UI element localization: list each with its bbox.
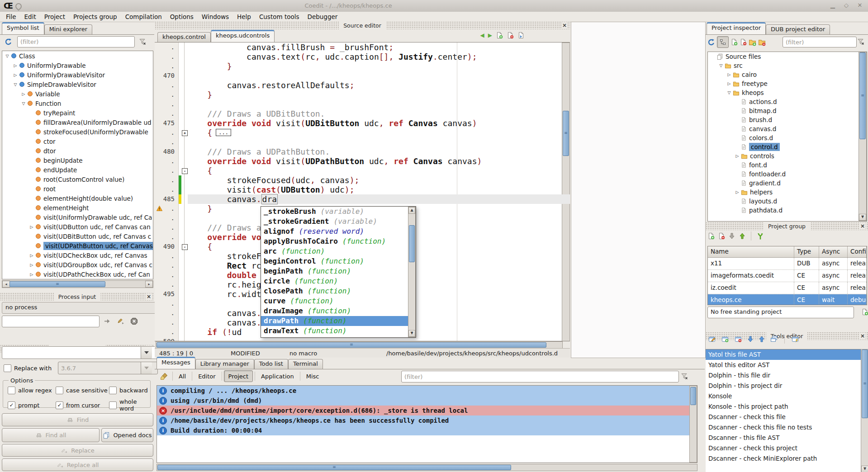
menu-options[interactable]: Options [166, 12, 198, 21]
filter-misc[interactable]: Misc [302, 371, 323, 382]
fold-margin[interactable] [181, 147, 188, 156]
tool-item[interactable]: Yatol this editor AST [706, 360, 861, 370]
menu-project[interactable]: Project [40, 12, 69, 21]
files-filter-input[interactable] [783, 37, 857, 47]
file-tree-item[interactable]: control.d [708, 142, 859, 151]
expander-icon[interactable]: ▽ [726, 90, 732, 95]
menu-debugger[interactable]: Debugger [303, 12, 342, 21]
tool-item[interactable]: Yatol this file AST [706, 349, 861, 360]
gutter-line-number[interactable]: . [155, 213, 179, 223]
expander-icon[interactable]: ▷ [734, 154, 740, 158]
refresh-icon[interactable] [707, 38, 715, 46]
expander-icon[interactable]: ▽ [4, 54, 10, 58]
file-tree-item[interactable]: actions.d [708, 97, 859, 106]
file-tree-item[interactable]: font.d [708, 160, 859, 170]
search-term-combo[interactable] [2, 346, 158, 359]
editor-tab-kheops-udcontrols[interactable]: kheops.udcontrols [211, 30, 275, 42]
chevron-down-icon[interactable] [141, 347, 152, 359]
symbol-tree-item[interactable]: root(CustomControl value) [2, 175, 153, 184]
symbol-tree-item[interactable]: ▷UniformlyDrawable [2, 61, 153, 70]
move-down-icon[interactable] [728, 232, 735, 240]
symbol-tree-item[interactable]: strokeFocused(UniformlyDrawable [2, 127, 153, 137]
symbol-tree-item[interactable]: endUpdate [2, 165, 153, 175]
file-tree-item[interactable]: ▷helpers [708, 188, 859, 197]
right-tab-project-inspector[interactable]: Project inspector [707, 22, 766, 34]
menu-custom-tools[interactable]: Custom tools [255, 12, 304, 21]
send-and-close-icon[interactable] [117, 317, 125, 325]
expander-icon[interactable]: ▷ [12, 73, 19, 77]
close-document-icon[interactable] [507, 32, 514, 39]
code-line[interactable]: . } [155, 61, 570, 71]
menu-compilation[interactable]: Compilation [121, 12, 166, 21]
option-case-sensitive[interactable]: case sensitive [56, 387, 109, 394]
add-project-icon[interactable] [707, 232, 715, 240]
move-tool-up-icon[interactable] [758, 335, 765, 343]
remove-folder-icon[interactable] [758, 38, 766, 46]
gutter-line-number[interactable]: . [155, 90, 179, 99]
code-line[interactable]: . canvas.fillBrush = _brushFont; [155, 42, 570, 52]
project-row[interactable]: iz.coeditCEasyncrelease [708, 282, 867, 294]
fold-margin[interactable] [181, 61, 188, 71]
scroll-down-icon[interactable]: ▼ [859, 214, 866, 221]
move-tool-down-icon[interactable] [747, 335, 754, 343]
code-line[interactable]: .- { [155, 166, 570, 175]
messages-tab-messages[interactable]: Messages [157, 357, 195, 369]
fold-margin[interactable] [181, 185, 188, 194]
run-tool-icon[interactable] [791, 335, 800, 343]
gutter-line-number[interactable]: . [155, 61, 179, 71]
symbol-tree-item[interactable]: fillDrawArea(UniformlyDrawable ud [2, 118, 153, 127]
left-tab-symbol-list[interactable]: Symbol list [2, 22, 44, 34]
file-tree-item[interactable]: ▷controls [708, 151, 859, 160]
completion-item[interactable]: beginControl(function) [261, 256, 409, 266]
tool-item[interactable]: Konsole - this project path [706, 401, 861, 412]
filter-editor[interactable]: Editor [194, 371, 219, 382]
completion-item[interactable]: _strokeGradient(variable) [261, 217, 409, 227]
code-line[interactable]: . visit(cast(UDButton) udc); [155, 185, 570, 194]
messages-filter-input[interactable] [401, 371, 679, 382]
symbols-filter-input[interactable] [17, 36, 135, 47]
file-tree-item[interactable]: fontloader.d [708, 170, 859, 179]
clear-messages-icon[interactable] [160, 373, 168, 380]
messages-tab-terminal[interactable]: Terminal [288, 359, 323, 369]
symbol-tree-item[interactable]: elementHeight [2, 203, 153, 212]
expander-icon[interactable]: ▷ [28, 263, 35, 267]
clear-filter-icon[interactable] [138, 38, 147, 45]
gutter-line-number[interactable]: . [155, 80, 179, 90]
symbol-tree-item[interactable]: ▽SimpleDrawableVisitor [2, 80, 153, 89]
next-tab-icon[interactable]: ▶ [488, 32, 492, 38]
menu-help[interactable]: Help [233, 12, 255, 21]
option-whole-word[interactable]: whole word [109, 398, 150, 412]
fold-margin[interactable] [181, 261, 188, 270]
gutter-line-number[interactable]: . [155, 166, 179, 175]
completion-item[interactable]: circle(function) [261, 276, 409, 286]
fold-margin[interactable] [181, 280, 188, 289]
fold-margin[interactable] [181, 327, 188, 337]
gutter-line-number[interactable]: 485 [155, 194, 179, 204]
remove-project-icon[interactable] [718, 232, 725, 240]
fold-margin[interactable]: - [181, 242, 188, 251]
gutter-line-number[interactable]: 490 [155, 242, 179, 251]
fold-margin[interactable] [181, 289, 188, 299]
gutter-line-number[interactable]: . [155, 42, 179, 52]
fold-margin[interactable] [181, 270, 188, 280]
gutter-line-number[interactable]: . [155, 128, 179, 137]
scrollbar-thumb[interactable]: ≡ [157, 342, 546, 348]
scroll-left-icon[interactable]: ◂ [2, 281, 10, 288]
gutter-line-number[interactable]: . [155, 204, 179, 213]
messages-tab-library-manager[interactable]: Library manager [195, 359, 254, 369]
file-tree-item[interactable]: ▷cairo [708, 70, 859, 79]
fold-margin[interactable] [181, 42, 188, 52]
message-row[interactable]: i/home/basile/dev/projects/kheops/kheops… [157, 415, 690, 425]
gutter-line-number[interactable]: . [155, 99, 179, 109]
gutter-line-number[interactable]: . [155, 327, 179, 337]
completion-item[interactable]: alignof(reserved word) [261, 227, 409, 236]
column-header-configuration[interactable]: Configuration [848, 246, 867, 257]
scrollbar-thumb[interactable] [409, 225, 415, 262]
close-panel-icon[interactable]: × [146, 293, 152, 300]
menu-windows[interactable]: Windows [198, 12, 233, 21]
fold-margin[interactable] [181, 175, 188, 185]
symbol-tree-item[interactable]: dtor [2, 146, 153, 156]
messages-tab-todo-list[interactable]: Todo list [254, 359, 288, 369]
code-line[interactable]: . override void visit(UDPathButton udc, … [155, 156, 570, 166]
expander-icon[interactable]: ▷ [20, 92, 27, 96]
